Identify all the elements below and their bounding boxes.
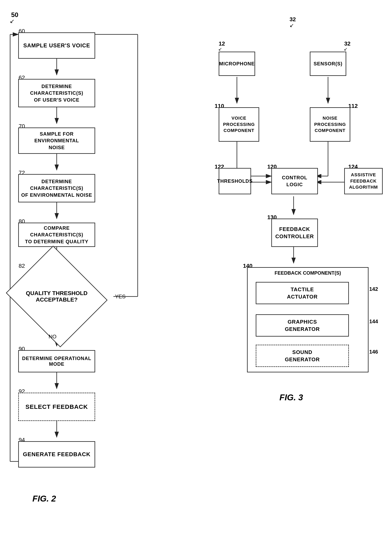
box-determine-op-mode: DETERMINE OPERATIONAL MODE: [18, 350, 95, 372]
box-feedback-components-outer: FEEDBACK COMPONENT(S) 142 TACTILEACTUATO…: [247, 267, 369, 372]
label-feedback-components: FEEDBACK COMPONENT(S): [275, 270, 341, 276]
ref-32-right: 32: [344, 40, 351, 47]
box-compare-char: COMPARE CHARACTERISTIC(S)TO DETERMINE QU…: [18, 223, 95, 247]
diagram-container: 50 ↙ 60 SAMPLE USER'S VOICE 62 DETERMINE…: [0, 0, 392, 543]
box-voice-processing: VOICE PROCESSINGCOMPONENT: [219, 107, 259, 142]
label-no: NO: [49, 334, 57, 340]
box-generate-feedback: GENERATE FEEDBACK: [18, 441, 95, 468]
box-graphics-generator: GRAPHICSGENERATOR: [256, 314, 349, 337]
box-thresholds: THRESHOLDS: [219, 168, 251, 194]
ref-12: 12: [219, 40, 225, 47]
label-yes: YES: [115, 294, 125, 300]
ref-50: 50: [11, 11, 18, 19]
box-control-logic: CONTROLLOGIC: [271, 168, 318, 194]
box-noise-processing: NOISE PROCESSINGCOMPONENT: [310, 107, 350, 142]
box-sensors: SENSOR(S): [310, 52, 346, 76]
box-tactile-actuator: TACTILEACTUATOR: [256, 282, 349, 304]
box-feedback-controller: FEEDBACKCONTROLLER: [271, 219, 318, 247]
box-select-feedback: SELECT FEEDBACK: [18, 393, 95, 421]
box-determine-char-voice: DETERMINE CHARACTERISTIC(S)OF USER'S VOI…: [18, 79, 95, 107]
box-sample-voice: SAMPLE USER'S VOICE: [18, 32, 95, 59]
ref-142: 142: [369, 286, 378, 292]
ref-144: 144: [369, 318, 378, 325]
box-sound-generator: SOUNDGENERATOR: [256, 345, 349, 367]
diamond-quality-threshold: QUALITY THRESHOLDACCEPTABLE?: [18, 263, 95, 330]
ref-146: 146: [369, 349, 378, 355]
box-sample-env-noise: SAMPLE FOR ENVIRONMENTALNOISE: [18, 128, 95, 154]
fig2-label: FIG. 2: [32, 494, 56, 503]
fig3-label: FIG. 3: [279, 393, 303, 402]
ref-32-top: 32: [290, 16, 296, 23]
box-assistive-feedback: ASSISTIVEFEEDBACKALGORITHM: [344, 168, 383, 194]
box-determine-char-env: DETERMINE CHARACTERISTIC(S)OF ENVIRONMEN…: [18, 174, 95, 202]
box-microphone: MICROPHONE: [219, 52, 255, 76]
